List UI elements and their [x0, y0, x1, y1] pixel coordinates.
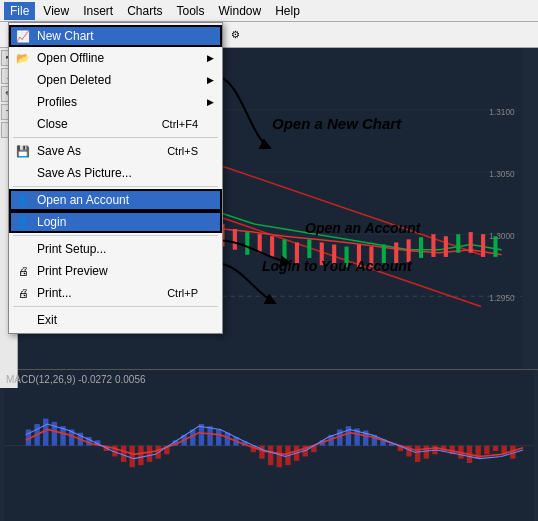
- svg-rect-45: [481, 234, 485, 257]
- separator-3: [13, 235, 218, 236]
- svg-rect-29: [282, 239, 286, 262]
- print-icon: 🖨: [13, 285, 33, 301]
- menu-tools[interactable]: Tools: [171, 2, 211, 20]
- menu-bar: File View Insert Charts Tools Window Hel…: [0, 0, 538, 22]
- menu-print[interactable]: 🖨 Print... Ctrl+P: [9, 282, 222, 304]
- svg-rect-28: [270, 236, 274, 257]
- svg-rect-68: [147, 445, 152, 461]
- separator-4: [13, 306, 218, 307]
- svg-rect-107: [484, 445, 489, 454]
- svg-rect-99: [415, 445, 420, 461]
- svg-rect-35: [357, 245, 361, 268]
- svg-rect-82: [268, 445, 273, 464]
- menu-open-offline[interactable]: 📂 Open Offline: [9, 47, 222, 69]
- separator-1: [13, 137, 218, 138]
- svg-rect-26: [245, 232, 249, 255]
- svg-rect-25: [233, 229, 237, 250]
- svg-rect-65: [121, 445, 126, 461]
- svg-rect-27: [258, 234, 262, 253]
- svg-rect-42: [444, 236, 448, 257]
- macd-chart: MACD(12,26,9) -0.0272 0.0056: [0, 370, 538, 521]
- svg-rect-41: [431, 234, 435, 257]
- svg-rect-81: [259, 445, 264, 458]
- menu-save-as-picture[interactable]: Save As Picture...: [9, 162, 222, 184]
- svg-rect-76: [216, 429, 221, 445]
- svg-rect-44: [469, 232, 473, 253]
- menu-charts[interactable]: Charts: [121, 2, 168, 20]
- menu-open-deleted[interactable]: Open Deleted: [9, 69, 222, 91]
- props-btn[interactable]: ⚙: [224, 24, 246, 46]
- menu-print-setup[interactable]: Print Setup...: [9, 238, 222, 260]
- menu-print-preview[interactable]: 🖨 Print Preview: [9, 260, 222, 282]
- svg-rect-37: [382, 245, 386, 264]
- svg-rect-83: [277, 445, 282, 467]
- svg-rect-75: [207, 426, 212, 445]
- menu-insert[interactable]: Insert: [77, 2, 119, 20]
- menu-close[interactable]: Close Ctrl+F4: [9, 113, 222, 135]
- open-account-icon: 👤: [13, 192, 33, 208]
- svg-rect-34: [345, 247, 349, 268]
- menu-login[interactable]: 👤 Login: [9, 211, 222, 233]
- svg-rect-36: [369, 247, 373, 268]
- svg-rect-32: [320, 242, 324, 265]
- svg-text:1.3100: 1.3100: [489, 108, 515, 117]
- svg-rect-38: [394, 242, 398, 263]
- menu-help[interactable]: Help: [269, 2, 306, 20]
- svg-rect-33: [332, 245, 336, 266]
- menu-exit[interactable]: Exit: [9, 309, 222, 331]
- file-dropdown: 📈 New Chart 📂 Open Offline Open Deleted …: [8, 22, 223, 334]
- print-preview-icon: 🖨: [13, 263, 33, 279]
- menu-save-as[interactable]: 💾 Save As Ctrl+S: [9, 140, 222, 162]
- login-icon: 👤: [13, 214, 33, 230]
- separator-2: [13, 186, 218, 187]
- svg-rect-66: [130, 445, 135, 467]
- save-as-icon: 💾: [13, 143, 33, 159]
- svg-text:1.3050: 1.3050: [489, 170, 515, 179]
- menu-file[interactable]: File: [4, 2, 35, 20]
- menu-open-account[interactable]: 👤 Open an Account: [9, 189, 222, 211]
- svg-rect-108: [493, 445, 498, 450]
- macd-label: MACD(12,26,9) -0.0272 0.0056: [6, 374, 146, 385]
- svg-rect-30: [295, 242, 299, 263]
- menu-window[interactable]: Window: [213, 2, 268, 20]
- menu-profiles[interactable]: Profiles: [9, 91, 222, 113]
- svg-text:1.3000: 1.3000: [489, 232, 515, 241]
- svg-rect-39: [407, 239, 411, 262]
- svg-text:1.2950: 1.2950: [489, 294, 515, 303]
- menu-view[interactable]: View: [37, 2, 75, 20]
- svg-rect-43: [456, 234, 460, 253]
- svg-rect-31: [307, 239, 311, 258]
- svg-rect-40: [419, 237, 423, 258]
- open-offline-icon: 📂: [13, 50, 33, 66]
- svg-rect-56: [43, 418, 48, 445]
- new-chart-icon: 📈: [13, 28, 33, 44]
- svg-rect-67: [138, 445, 143, 464]
- svg-rect-100: [424, 445, 429, 458]
- menu-new-chart[interactable]: 📈 New Chart: [9, 25, 222, 47]
- macd-svg: [0, 370, 538, 521]
